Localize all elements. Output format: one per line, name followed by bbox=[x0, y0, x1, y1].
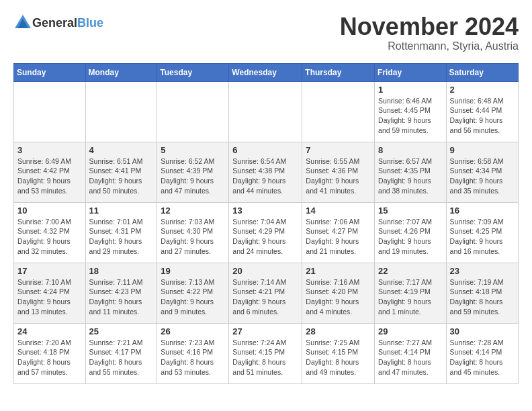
calendar-cell bbox=[229, 81, 302, 142]
day-number: 25 bbox=[89, 326, 154, 336]
calendar-cell: 3Sunrise: 6:49 AM Sunset: 4:42 PM Daylig… bbox=[14, 142, 86, 202]
day-info: Sunrise: 7:10 AM Sunset: 4:24 PM Dayligh… bbox=[17, 277, 82, 317]
weekday-header-wednesday: Wednesday bbox=[229, 63, 302, 81]
day-info: Sunrise: 6:54 AM Sunset: 4:38 PM Dayligh… bbox=[232, 156, 298, 196]
calendar-week-3: 10Sunrise: 7:00 AM Sunset: 4:32 PM Dayli… bbox=[14, 202, 519, 263]
calendar-cell: 25Sunrise: 7:21 AM Sunset: 4:17 PM Dayli… bbox=[85, 323, 157, 383]
logo-general: General bbox=[32, 16, 77, 30]
day-number: 20 bbox=[232, 266, 298, 276]
calendar-cell: 13Sunrise: 7:04 AM Sunset: 4:29 PM Dayli… bbox=[229, 202, 302, 263]
calendar-cell: 9Sunrise: 6:58 AM Sunset: 4:34 PM Daylig… bbox=[446, 142, 518, 202]
calendar-cell: 7Sunrise: 6:55 AM Sunset: 4:36 PM Daylig… bbox=[302, 142, 375, 202]
calendar-cell: 16Sunrise: 7:09 AM Sunset: 4:25 PM Dayli… bbox=[446, 202, 518, 263]
day-number: 9 bbox=[450, 145, 515, 155]
day-info: Sunrise: 7:23 AM Sunset: 4:16 PM Dayligh… bbox=[161, 338, 225, 377]
weekday-header-sunday: Sunday bbox=[14, 63, 86, 81]
day-number: 19 bbox=[161, 266, 225, 276]
calendar-cell: 11Sunrise: 7:01 AM Sunset: 4:31 PM Dayli… bbox=[85, 202, 157, 263]
calendar-cell: 29Sunrise: 7:27 AM Sunset: 4:14 PM Dayli… bbox=[375, 323, 447, 383]
calendar-cell bbox=[157, 81, 229, 142]
calendar-cell: 5Sunrise: 6:52 AM Sunset: 4:39 PM Daylig… bbox=[157, 142, 229, 202]
day-number: 17 bbox=[17, 266, 82, 276]
calendar-cell: 17Sunrise: 7:10 AM Sunset: 4:24 PM Dayli… bbox=[14, 263, 86, 323]
day-info: Sunrise: 7:25 AM Sunset: 4:15 PM Dayligh… bbox=[306, 338, 371, 377]
day-info: Sunrise: 7:11 AM Sunset: 4:23 PM Dayligh… bbox=[89, 277, 154, 317]
weekday-header-saturday: Saturday bbox=[446, 63, 518, 81]
logo: GeneralBlue bbox=[13, 13, 103, 32]
day-number: 14 bbox=[306, 205, 371, 216]
day-info: Sunrise: 6:49 AM Sunset: 4:42 PM Dayligh… bbox=[17, 156, 82, 196]
month-title: November 2024 bbox=[340, 13, 519, 40]
day-number: 12 bbox=[161, 205, 225, 216]
day-number: 21 bbox=[306, 266, 371, 276]
calendar-cell: 12Sunrise: 7:03 AM Sunset: 4:30 PM Dayli… bbox=[157, 202, 229, 263]
weekday-header-friday: Friday bbox=[375, 63, 447, 81]
day-number: 27 bbox=[232, 326, 298, 336]
calendar-cell: 8Sunrise: 6:57 AM Sunset: 4:35 PM Daylig… bbox=[375, 142, 447, 202]
day-info: Sunrise: 7:24 AM Sunset: 4:15 PM Dayligh… bbox=[232, 338, 298, 377]
day-info: Sunrise: 6:55 AM Sunset: 4:36 PM Dayligh… bbox=[306, 156, 371, 196]
calendar-week-2: 3Sunrise: 6:49 AM Sunset: 4:42 PM Daylig… bbox=[14, 142, 519, 202]
calendar-cell: 30Sunrise: 7:28 AM Sunset: 4:14 PM Dayli… bbox=[446, 323, 518, 383]
day-info: Sunrise: 7:04 AM Sunset: 4:29 PM Dayligh… bbox=[232, 217, 298, 257]
location-subtitle: Rottenmann, Styria, Austria bbox=[340, 40, 519, 52]
page-header: GeneralBlue November 2024 Rottenmann, St… bbox=[13, 13, 519, 52]
day-number: 16 bbox=[450, 205, 515, 216]
day-info: Sunrise: 7:09 AM Sunset: 4:25 PM Dayligh… bbox=[450, 217, 515, 257]
title-block: November 2024 Rottenmann, Styria, Austri… bbox=[340, 13, 519, 52]
day-number: 1 bbox=[378, 85, 443, 95]
day-info: Sunrise: 6:57 AM Sunset: 4:35 PM Dayligh… bbox=[378, 156, 443, 196]
calendar-cell: 23Sunrise: 7:19 AM Sunset: 4:18 PM Dayli… bbox=[446, 263, 518, 323]
day-number: 3 bbox=[17, 145, 82, 155]
calendar-cell: 4Sunrise: 6:51 AM Sunset: 4:41 PM Daylig… bbox=[85, 142, 157, 202]
day-info: Sunrise: 7:17 AM Sunset: 4:19 PM Dayligh… bbox=[378, 277, 443, 317]
calendar-cell: 10Sunrise: 7:00 AM Sunset: 4:32 PM Dayli… bbox=[14, 202, 86, 263]
day-number: 10 bbox=[17, 205, 82, 216]
day-number: 28 bbox=[306, 326, 371, 336]
calendar-cell: 22Sunrise: 7:17 AM Sunset: 4:19 PM Dayli… bbox=[375, 263, 447, 323]
day-number: 22 bbox=[378, 266, 443, 276]
day-number: 8 bbox=[378, 145, 443, 155]
calendar-cell bbox=[14, 81, 86, 142]
day-number: 18 bbox=[89, 266, 154, 276]
day-number: 13 bbox=[232, 205, 298, 216]
calendar-week-1: 1Sunrise: 6:46 AM Sunset: 4:45 PM Daylig… bbox=[14, 81, 519, 142]
day-info: Sunrise: 7:00 AM Sunset: 4:32 PM Dayligh… bbox=[17, 217, 82, 257]
day-info: Sunrise: 6:51 AM Sunset: 4:41 PM Dayligh… bbox=[89, 156, 154, 196]
calendar-cell: 1Sunrise: 6:46 AM Sunset: 4:45 PM Daylig… bbox=[375, 81, 447, 142]
day-info: Sunrise: 6:46 AM Sunset: 4:45 PM Dayligh… bbox=[378, 96, 443, 136]
weekday-header-row: SundayMondayTuesdayWednesdayThursdayFrid… bbox=[14, 63, 519, 81]
day-number: 4 bbox=[89, 145, 154, 155]
day-number: 11 bbox=[89, 205, 154, 216]
calendar-week-5: 24Sunrise: 7:20 AM Sunset: 4:18 PM Dayli… bbox=[14, 323, 519, 383]
day-info: Sunrise: 7:07 AM Sunset: 4:26 PM Dayligh… bbox=[378, 217, 443, 257]
calendar-cell: 24Sunrise: 7:20 AM Sunset: 4:18 PM Dayli… bbox=[14, 323, 86, 383]
day-info: Sunrise: 7:19 AM Sunset: 4:18 PM Dayligh… bbox=[450, 277, 515, 317]
calendar-cell: 18Sunrise: 7:11 AM Sunset: 4:23 PM Dayli… bbox=[85, 263, 157, 323]
day-number: 15 bbox=[378, 205, 443, 216]
day-info: Sunrise: 6:58 AM Sunset: 4:34 PM Dayligh… bbox=[450, 156, 515, 196]
day-info: Sunrise: 7:03 AM Sunset: 4:30 PM Dayligh… bbox=[161, 217, 225, 257]
day-info: Sunrise: 6:52 AM Sunset: 4:39 PM Dayligh… bbox=[161, 156, 225, 196]
day-number: 24 bbox=[17, 326, 82, 336]
calendar-cell: 15Sunrise: 7:07 AM Sunset: 4:26 PM Dayli… bbox=[375, 202, 447, 263]
day-info: Sunrise: 7:06 AM Sunset: 4:27 PM Dayligh… bbox=[306, 217, 371, 257]
calendar-cell: 19Sunrise: 7:13 AM Sunset: 4:22 PM Dayli… bbox=[157, 263, 229, 323]
day-number: 2 bbox=[450, 85, 515, 95]
calendar-cell bbox=[85, 81, 157, 142]
calendar-cell: 2Sunrise: 6:48 AM Sunset: 4:44 PM Daylig… bbox=[446, 81, 518, 142]
weekday-header-thursday: Thursday bbox=[302, 63, 375, 81]
day-info: Sunrise: 7:20 AM Sunset: 4:18 PM Dayligh… bbox=[17, 338, 82, 377]
day-number: 5 bbox=[161, 145, 225, 155]
day-info: Sunrise: 7:14 AM Sunset: 4:21 PM Dayligh… bbox=[232, 277, 298, 317]
day-number: 29 bbox=[378, 326, 443, 336]
weekday-header-tuesday: Tuesday bbox=[157, 63, 229, 81]
logo-icon bbox=[13, 13, 32, 32]
day-info: Sunrise: 7:16 AM Sunset: 4:20 PM Dayligh… bbox=[306, 277, 371, 317]
day-info: Sunrise: 7:27 AM Sunset: 4:14 PM Dayligh… bbox=[378, 338, 443, 377]
calendar-cell: 14Sunrise: 7:06 AM Sunset: 4:27 PM Dayli… bbox=[302, 202, 375, 263]
day-info: Sunrise: 6:48 AM Sunset: 4:44 PM Dayligh… bbox=[450, 96, 515, 136]
calendar-cell: 21Sunrise: 7:16 AM Sunset: 4:20 PM Dayli… bbox=[302, 263, 375, 323]
calendar-table: SundayMondayTuesdayWednesdayThursdayFrid… bbox=[13, 63, 519, 384]
day-info: Sunrise: 7:01 AM Sunset: 4:31 PM Dayligh… bbox=[89, 217, 154, 257]
